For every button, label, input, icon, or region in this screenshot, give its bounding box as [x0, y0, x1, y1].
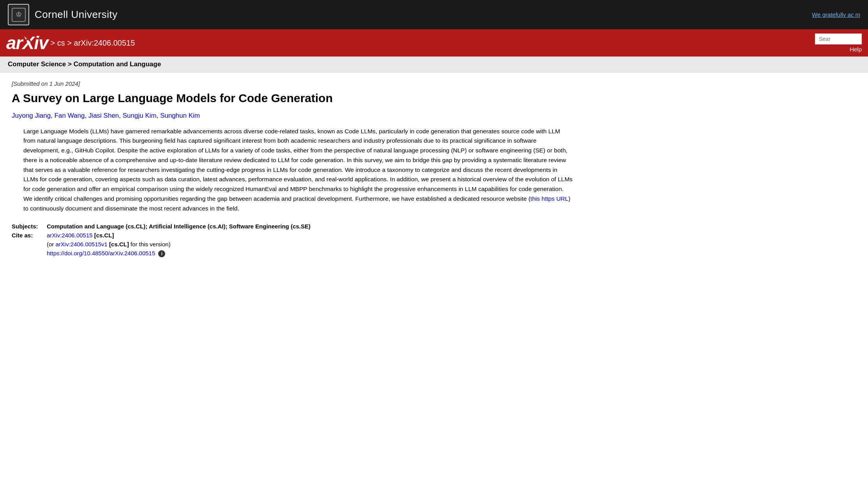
metadata-section: Subjects: Computation and Language (cs.C…: [12, 223, 573, 257]
subject-bar: Computer Science > Computation and Langu…: [0, 57, 868, 73]
cite-label: Cite as:: [12, 232, 43, 239]
author-2[interactable]: Fan Wang: [55, 112, 85, 119]
author-3[interactable]: Jiasi Shen: [88, 112, 119, 119]
top-bar: ♔ Cornell University We gratefully ac m: [0, 0, 868, 29]
doi-value: https://doi.org/10.48550/arXiv.2406.0051…: [47, 250, 165, 257]
nav-bar-right: Help: [815, 34, 862, 53]
abstract-body: Large Language Models (LLMs) have garner…: [23, 128, 573, 202]
abstract-block: Large Language Models (LLMs) have garner…: [23, 127, 573, 214]
top-bar-right-text: We gratefully ac m: [812, 11, 860, 18]
main-content: [Submitted on 1 Jun 2024] A Survey on La…: [0, 73, 584, 271]
cornell-shield-icon: ♔: [8, 4, 29, 25]
cite-v1-badge: [cs.CL]: [109, 241, 129, 248]
author-5[interactable]: Sunghun Kim: [160, 112, 200, 119]
doi-link[interactable]: https://doi.org/10.48550/arXiv.2406.0051…: [47, 250, 155, 256]
subjects-value: Computation and Language (cs.CL); Artifi…: [47, 223, 311, 230]
arxiv-logo: arX✕iv: [6, 34, 48, 52]
cite-v1-link[interactable]: arXiv:2406.00515v1: [56, 241, 108, 248]
help-link[interactable]: Help: [850, 46, 862, 53]
subjects-row: Subjects: Computation and Language (cs.C…: [12, 223, 573, 230]
cite-arxiv-link[interactable]: arXiv:2406.00515: [47, 232, 93, 239]
author-1[interactable]: Juyong Jiang: [12, 112, 51, 119]
abstract-text: Large Language Models (LLMs) have garner…: [23, 128, 573, 212]
cite-value: arXiv:2406.00515 [cs.CL]: [47, 232, 114, 239]
arxiv-nav-left: arX✕iv > cs > arXiv:2406.00515: [6, 34, 135, 52]
cite-row: Cite as: arXiv:2406.00515 [cs.CL]: [12, 232, 573, 239]
cite-v1-suffix: for this version): [129, 241, 171, 248]
subjects-label: Subjects:: [12, 223, 43, 230]
search-input[interactable]: [815, 34, 862, 44]
nav-bar: arX✕iv > cs > arXiv:2406.00515 Help: [0, 29, 868, 57]
svg-text:♔: ♔: [16, 11, 22, 18]
breadcrumb: > cs > arXiv:2406.00515: [51, 39, 135, 48]
doi-info-icon[interactable]: i: [158, 250, 165, 257]
authors-list: Juyong Jiang, Fan Wang, Jiasi Shen, Sung…: [12, 112, 573, 120]
submission-date: [Submitted on 1 Jun 2024]: [12, 80, 573, 87]
paper-title: A Survey on Large Language Models for Co…: [12, 91, 573, 106]
doi-row: https://doi.org/10.48550/arXiv.2406.0051…: [12, 250, 573, 257]
cornell-logo-area: ♔ Cornell University: [8, 4, 118, 25]
subject-breadcrumb: Computer Science > Computation and Langu…: [8, 60, 161, 68]
cite-v1-row: (or arXiv:2406.00515v1 [cs.CL] for this …: [12, 241, 573, 248]
cite-v1-value: (or arXiv:2406.00515v1 [cs.CL] for this …: [47, 241, 171, 248]
cite-v1-prefix: (or: [47, 241, 56, 248]
author-4[interactable]: Sungju Kim: [123, 112, 157, 119]
university-name: Cornell University: [35, 9, 118, 21]
abstract-link[interactable]: this https URL: [531, 195, 568, 202]
cite-badge: [cs.CL]: [94, 232, 114, 239]
